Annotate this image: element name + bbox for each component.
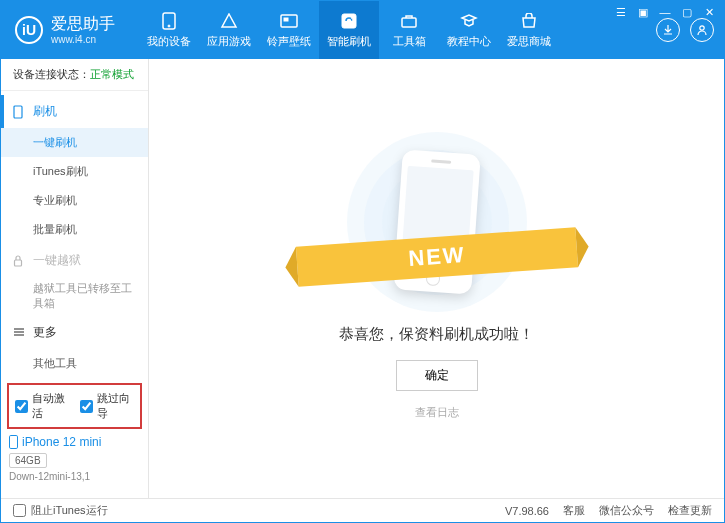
success-illustration: NEW <box>337 137 537 307</box>
svg-rect-12 <box>10 436 18 449</box>
check-update-link[interactable]: 检查更新 <box>668 503 712 518</box>
block-itunes-input[interactable] <box>13 504 26 517</box>
logo: iU 爱思助手 www.i4.cn <box>15 14 115 45</box>
minimize-icon[interactable]: — <box>658 5 672 19</box>
sidebar-item-pro-flash[interactable]: 专业刷机 <box>1 186 148 215</box>
sidebar-item-batch-flash[interactable]: 批量刷机 <box>1 215 148 244</box>
close-icon[interactable]: ✕ <box>702 5 716 19</box>
checkbox-skip-guide[interactable]: 跳过向导 <box>80 391 135 421</box>
nav-label: 铃声壁纸 <box>267 34 311 49</box>
wallpaper-icon <box>279 12 299 30</box>
menu-icon[interactable]: ☰ <box>614 5 628 19</box>
nav-label: 工具箱 <box>393 34 426 49</box>
group-label: 更多 <box>33 324 57 341</box>
sidebar-group-more[interactable]: 更多 <box>1 316 148 349</box>
sidebar-group-flash[interactable]: 刷机 <box>1 95 148 128</box>
download-button[interactable] <box>656 18 680 42</box>
view-log-link[interactable]: 查看日志 <box>415 405 459 420</box>
nav-label: 教程中心 <box>447 34 491 49</box>
version-label: V7.98.66 <box>505 505 549 517</box>
user-button[interactable] <box>690 18 714 42</box>
phone-icon <box>159 12 179 30</box>
options-highlight: 自动激活 跳过向导 <box>7 383 142 429</box>
group-label: 一键越狱 <box>33 252 81 269</box>
auto-activate-input[interactable] <box>15 400 28 413</box>
lock-icon <box>13 255 27 267</box>
jailbreak-note: 越狱工具已转移至工具箱 <box>1 277 148 316</box>
app-title: 爱思助手 <box>51 14 115 33</box>
svg-rect-2 <box>281 15 297 27</box>
nav-label: 我的设备 <box>147 34 191 49</box>
logo-icon: iU <box>15 16 43 44</box>
sidebar-item-oneclick-flash[interactable]: 一键刷机 <box>1 128 148 157</box>
nav-flash[interactable]: 智能刷机 <box>319 1 379 59</box>
group-label: 刷机 <box>33 103 57 120</box>
wechat-link[interactable]: 微信公众号 <box>599 503 654 518</box>
device-profile: Down-12mini-13,1 <box>9 471 140 482</box>
toolbox-icon <box>399 12 419 30</box>
device-name[interactable]: iPhone 12 mini <box>9 435 140 449</box>
skin-icon[interactable]: ▣ <box>636 5 650 19</box>
svg-point-6 <box>700 26 704 30</box>
footer: 阻止iTunes运行 V7.98.66 客服 微信公众号 检查更新 <box>1 498 724 522</box>
status-value: 正常模式 <box>90 68 134 80</box>
maximize-icon[interactable]: ▢ <box>680 5 694 19</box>
svg-rect-4 <box>342 14 356 28</box>
device-storage: 64GB <box>9 453 47 468</box>
customer-service-link[interactable]: 客服 <box>563 503 585 518</box>
svg-rect-3 <box>284 18 288 21</box>
main-nav: 我的设备 应用游戏 铃声壁纸 智能刷机 工具箱 教程中心 <box>139 1 559 59</box>
app-window: ☰ ▣ — ▢ ✕ iU 爱思助手 www.i4.cn 我的设备 应用游戏 铃声 <box>0 0 725 523</box>
sidebar-item-itunes-flash[interactable]: iTunes刷机 <box>1 157 148 186</box>
checkbox-auto-activate[interactable]: 自动激活 <box>15 391 70 421</box>
checkbox-label: 自动激活 <box>32 391 70 421</box>
success-message: 恭喜您，保资料刷机成功啦！ <box>339 325 534 344</box>
device-info: iPhone 12 mini 64GB Down-12mini-13,1 <box>7 429 142 488</box>
nav-label: 智能刷机 <box>327 34 371 49</box>
svg-rect-5 <box>402 18 416 27</box>
sidebar: 设备连接状态：正常模式 刷机 一键刷机 iTunes刷机 专业刷机 批量刷机 一… <box>1 59 149 498</box>
status-label: 设备连接状态： <box>13 68 90 80</box>
skip-guide-input[interactable] <box>80 400 93 413</box>
app-url: www.i4.cn <box>51 34 115 46</box>
main-content: NEW 恭喜您，保资料刷机成功啦！ 确定 查看日志 <box>149 59 724 498</box>
phone-icon <box>9 435 18 449</box>
device-name-text: iPhone 12 mini <box>22 435 101 449</box>
block-itunes-checkbox[interactable]: 阻止iTunes运行 <box>13 503 108 518</box>
tutorial-icon <box>459 12 479 30</box>
checkbox-label: 跳过向导 <box>97 391 135 421</box>
connection-status: 设备连接状态：正常模式 <box>1 59 148 91</box>
checkbox-label: 阻止iTunes运行 <box>31 503 108 518</box>
nav-ringtones[interactable]: 铃声壁纸 <box>259 1 319 59</box>
phone-icon <box>13 105 27 119</box>
nav-apps[interactable]: 应用游戏 <box>199 1 259 59</box>
sidebar-group-jailbreak: 一键越狱 <box>1 244 148 277</box>
window-controls: ☰ ▣ — ▢ ✕ <box>614 5 716 19</box>
nav-label: 应用游戏 <box>207 34 251 49</box>
nav-tutorials[interactable]: 教程中心 <box>439 1 499 59</box>
nav-store[interactable]: 爱思商城 <box>499 1 559 59</box>
nav-my-device[interactable]: 我的设备 <box>139 1 199 59</box>
store-icon <box>519 12 539 30</box>
sidebar-item-other-tools[interactable]: 其他工具 <box>1 349 148 375</box>
svg-point-1 <box>168 25 170 27</box>
apps-icon <box>219 12 239 30</box>
svg-rect-8 <box>15 260 22 266</box>
ok-button[interactable]: 确定 <box>396 360 478 391</box>
nav-toolbox[interactable]: 工具箱 <box>379 1 439 59</box>
list-icon <box>13 327 27 337</box>
svg-rect-7 <box>14 106 22 118</box>
flash-icon <box>339 12 359 30</box>
nav-label: 爱思商城 <box>507 34 551 49</box>
